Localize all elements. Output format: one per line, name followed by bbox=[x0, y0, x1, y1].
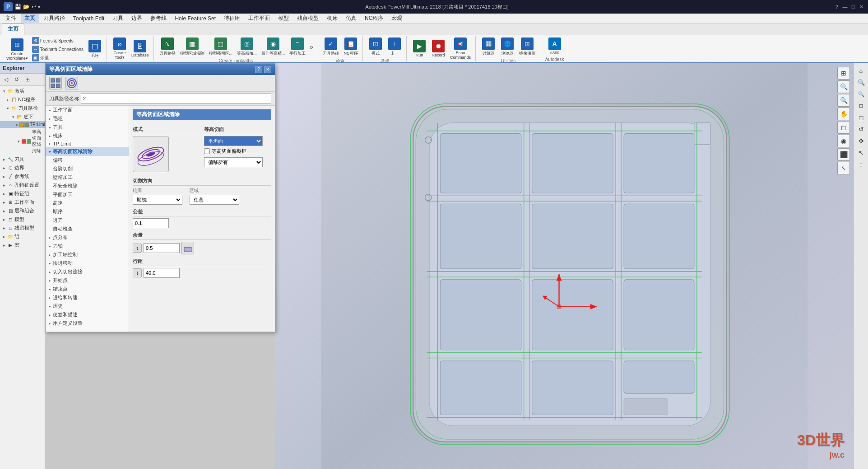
menu-toolpath-edit[interactable]: Toolpath Edit bbox=[70, 14, 108, 23]
menu-toolpath[interactable]: 刀具路径 bbox=[40, 14, 69, 23]
tolerance-input[interactable] bbox=[133, 218, 169, 228]
dlg-tree-history[interactable]: ▸ 历史 bbox=[46, 302, 129, 310]
dlg-tree-wp[interactable]: ▸ 工作平面 bbox=[46, 106, 129, 114]
stock-input[interactable] bbox=[144, 243, 180, 253]
dlg-tree-order[interactable]: 顺序 bbox=[46, 207, 129, 216]
rsb-orbit-btn[interactable]: ↺ bbox=[856, 124, 867, 135]
explorer-filter-btn[interactable]: ⊞ bbox=[23, 75, 32, 84]
vp-select-btn[interactable]: ↖ bbox=[837, 162, 850, 174]
dlg-tree-pointdist[interactable]: ▸ 点分布 bbox=[46, 233, 129, 242]
tab-home[interactable]: 主页 bbox=[2, 23, 24, 35]
area-select[interactable]: 任意 顺铣 逆铣 bbox=[190, 195, 239, 205]
vp-pan-btn[interactable]: ✋ bbox=[837, 108, 850, 120]
dlg-tree-toolaxis[interactable]: ▸ 刀轴 bbox=[46, 242, 129, 250]
inspect-nc-btn[interactable]: 📋 NC程序 bbox=[342, 37, 360, 57]
expand-tp-limit[interactable]: ▸ bbox=[16, 122, 19, 127]
quick-save-btn[interactable]: 💾 bbox=[14, 4, 21, 10]
tree-wp[interactable]: ▸ ⊞ 工作平面 bbox=[0, 198, 45, 206]
expand-nc[interactable]: ▸ bbox=[5, 98, 10, 102]
dlg-tree-highspeed[interactable]: 高速 bbox=[46, 199, 129, 207]
rsb-pan-btn[interactable]: ✥ bbox=[856, 136, 867, 146]
menu-simulation[interactable]: 仿真 bbox=[342, 14, 360, 23]
dlg-tree-flat[interactable]: 平面加工 bbox=[46, 190, 129, 199]
undo-btn[interactable]: ↩ bbox=[32, 4, 36, 10]
dlg-tree-contour[interactable]: ▾ 等高切面区域清除 bbox=[46, 147, 129, 156]
vp-zoom-out-btn[interactable]: 🔍 bbox=[837, 94, 850, 107]
dlg-tree-offset[interactable]: 偏移 bbox=[46, 156, 129, 164]
menu-machine[interactable]: 机床 bbox=[323, 14, 341, 23]
dlg-tree-autocheck[interactable]: 自动检查 bbox=[46, 225, 129, 233]
rsb-select-btn[interactable]: ↖ bbox=[856, 147, 867, 158]
tree-residual[interactable]: ▸ ◻ 残留模型 bbox=[0, 224, 45, 232]
tree-layer[interactable]: ▸ ▥ 层和组合 bbox=[0, 206, 45, 215]
dlg-tree-endpt[interactable]: ▸ 结束点 bbox=[46, 285, 129, 293]
tree-model2[interactable]: ▸ ◻ 模型 bbox=[0, 215, 45, 224]
dialog-icon2[interactable] bbox=[65, 77, 78, 89]
echo-btn[interactable]: 📢 EchoCommands bbox=[448, 37, 473, 61]
close-btn[interactable]: ✕ bbox=[858, 4, 864, 10]
dlg-tree-approach[interactable]: 进刀 bbox=[46, 216, 129, 225]
tree-nc[interactable]: ▸ 📋 NC程序 bbox=[0, 95, 45, 104]
rsb-view-cube-btn[interactable]: ◻ bbox=[856, 112, 867, 123]
tree-bottom[interactable]: ▾ 📂 底下 bbox=[0, 113, 45, 121]
menu-model[interactable]: 模型 bbox=[274, 14, 292, 23]
toolpath-btn[interactable]: ∿ 刀具路径 bbox=[158, 37, 177, 57]
dlg-tree-notes[interactable]: ▸ 便签和描述 bbox=[46, 310, 129, 319]
mirror-btn[interactable]: ⊞ 镜像项目 bbox=[517, 37, 537, 57]
vp-view-btn[interactable]: ◻ bbox=[837, 121, 850, 134]
dialog-help-btn[interactable]: ? bbox=[255, 66, 262, 73]
filter-checkbox[interactable] bbox=[204, 148, 210, 154]
tree-feature-group[interactable]: ▸ ▣ 特征组 bbox=[0, 189, 45, 198]
dlg-tree-startpt[interactable]: ▸ 开始点 bbox=[46, 276, 129, 285]
maximize-btn[interactable]: □ bbox=[850, 4, 856, 10]
contour-select[interactable]: 平坦面 全部 bbox=[204, 136, 263, 146]
contour-dir-select[interactable]: 顺铣 逆铣 bbox=[133, 195, 182, 205]
menu-boundary[interactable]: 边界 bbox=[128, 14, 146, 23]
database-btn[interactable]: 🗄 Database bbox=[130, 39, 151, 58]
mode-btn[interactable]: ⊡ 模式 bbox=[367, 37, 385, 57]
a360-btn[interactable]: A A360 bbox=[546, 37, 564, 56]
menu-nc[interactable]: NC程序 bbox=[361, 14, 387, 23]
menu-home[interactable]: 主页 bbox=[21, 14, 39, 23]
calculator-btn[interactable]: 🔢 计算器 bbox=[479, 37, 497, 57]
rsb-zoom-in-btn[interactable]: 🔍 bbox=[856, 77, 867, 88]
dlg-tree-step[interactable]: 台阶切削 bbox=[46, 164, 129, 173]
toolpath-connections-btn[interactable]: ↔ Toolpath Connections bbox=[31, 45, 85, 53]
rsb-zoom-out-btn[interactable]: 🔍 bbox=[856, 89, 867, 99]
vp-nav-btn[interactable]: ⊞ bbox=[837, 67, 850, 80]
stock-btn[interactable]: ▣ 余量 bbox=[31, 54, 85, 62]
explorer-collapse-btn[interactable]: ◁ bbox=[1, 75, 11, 84]
tree-tools2[interactable]: ▸ 🔧 刀具 bbox=[0, 155, 45, 164]
dlg-tree-tool[interactable]: ▸ 刀具 bbox=[46, 123, 129, 131]
tree-hole-feature[interactable]: ▸ ○ 孔特征设置 bbox=[0, 181, 45, 189]
quick-open-btn[interactable]: 📂 bbox=[23, 4, 30, 10]
dlg-tree-rapids[interactable]: ▸ 快进移动 bbox=[46, 259, 129, 267]
tree-contour-area[interactable]: ▾ 等高切面区域清除 bbox=[0, 128, 45, 155]
run-btn[interactable]: ▶ Run bbox=[410, 39, 428, 58]
menu-feature-group[interactable]: 待征组 bbox=[220, 14, 244, 23]
stock-icon-right[interactable] bbox=[181, 242, 194, 254]
filter-select[interactable]: 偏移所有 偏移选择 bbox=[204, 157, 263, 167]
create-tool-btn[interactable]: ⌀ CreateTool▾ bbox=[111, 37, 129, 61]
menu-residual[interactable]: 残留模型 bbox=[293, 14, 322, 23]
dlg-tree-wall[interactable]: 壁精加工 bbox=[46, 173, 129, 182]
feeds-speeds-btn[interactable]: ⚙ Feeds & Speeds bbox=[31, 37, 85, 45]
create-workplane-btn[interactable]: ⊞ CreateWorkplane▾ bbox=[5, 38, 30, 61]
help-btn[interactable]: ? bbox=[834, 4, 840, 10]
vp-3d-btn[interactable]: ◉ bbox=[837, 135, 850, 147]
minimize-btn[interactable]: — bbox=[842, 4, 848, 10]
dlg-tree-feeds[interactable]: ▸ 进给和转速 bbox=[46, 293, 129, 302]
menu-hole-feature-set[interactable]: Hole Feature Set bbox=[171, 14, 219, 23]
expand-activate[interactable]: ▾ bbox=[2, 89, 6, 94]
dlg-tree-unsafe[interactable]: 不安全检除 bbox=[46, 182, 129, 190]
dlg-tree-userdef[interactable]: ▸ 用户定义设置 bbox=[46, 319, 129, 328]
parallel-btn[interactable]: ≡ 平行加工 bbox=[288, 37, 307, 57]
menu-file[interactable]: 文件 bbox=[2, 14, 20, 23]
tree-boundary[interactable]: ▸ ⬡ 边界 bbox=[0, 164, 45, 172]
tree-macro[interactable]: ▸ ▶ 宏 bbox=[0, 241, 45, 249]
tree-refline[interactable]: ▸ ╱ 参考线 bbox=[0, 172, 45, 181]
dlg-tree-tplimit[interactable]: ▸ TP:Limit bbox=[46, 140, 129, 147]
best-contour-btn[interactable]: ◉ 最佳等高精... bbox=[260, 37, 287, 57]
expand-contour-area[interactable]: ▾ bbox=[16, 139, 21, 144]
expand-bottom[interactable]: ▾ bbox=[11, 115, 15, 119]
